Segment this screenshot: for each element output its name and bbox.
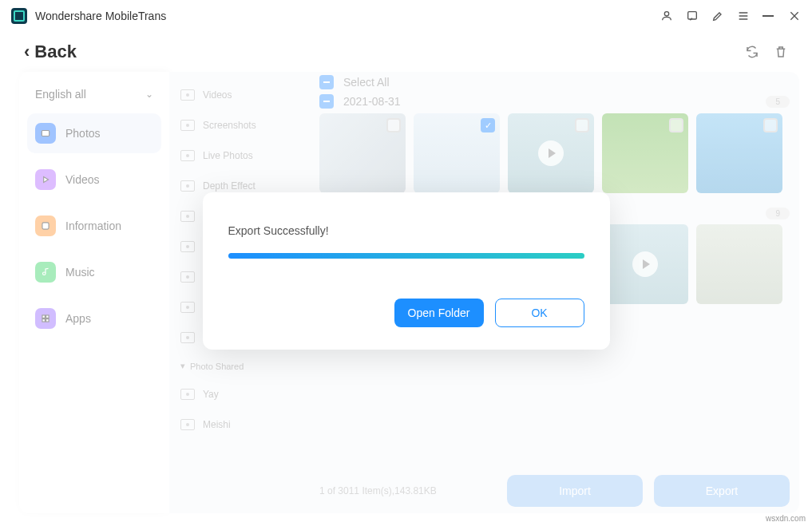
modal-overlay: Export Successfully! Open Folder OK	[0, 0, 812, 526]
modal-message: Export Successfully!	[228, 224, 584, 237]
ok-button[interactable]: OK	[495, 299, 584, 327]
progress-bar	[228, 253, 584, 259]
export-success-dialog: Export Successfully! Open Folder OK	[203, 192, 610, 350]
open-folder-button[interactable]: Open Folder	[394, 299, 484, 327]
watermark: wsxdn.com	[766, 514, 806, 523]
